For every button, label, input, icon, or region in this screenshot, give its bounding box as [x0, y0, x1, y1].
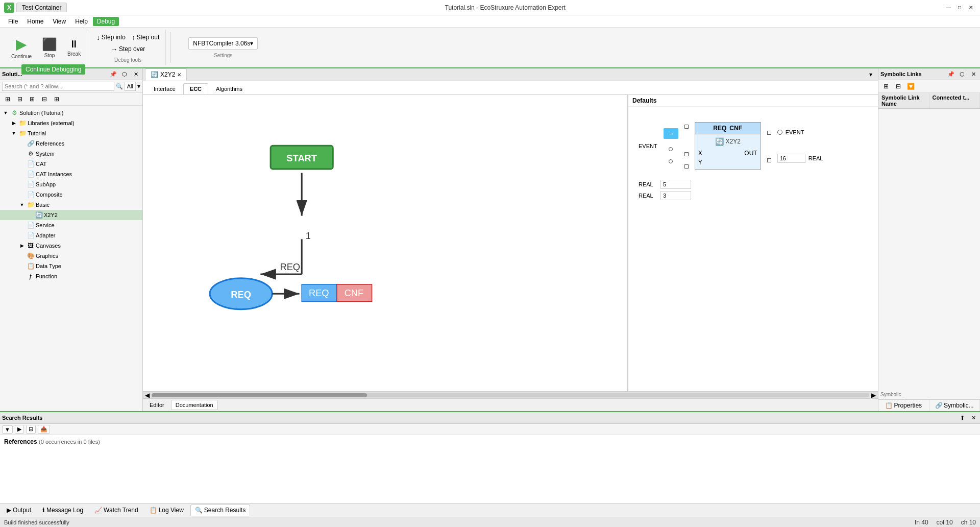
libraries-expand-icon[interactable]: ▶ — [10, 119, 17, 127]
symlinks-btn-1[interactable]: ⊞ — [880, 81, 892, 91]
sr-clear-button[interactable]: ⊟ — [26, 425, 36, 434]
maximize-button[interactable]: □ — [954, 3, 965, 12]
tree-item-tutorial[interactable]: ▼ 📁 Tutorial — [0, 128, 142, 138]
fb-y-connector-left — [669, 159, 673, 163]
tutorial-expand-icon[interactable]: ▼ — [10, 130, 17, 137]
symlinks-filter-btn[interactable]: 🔽 — [905, 81, 916, 91]
left-panel-close[interactable]: ✕ — [131, 69, 140, 79]
menu-view[interactable]: View — [48, 17, 70, 26]
tree-item-composite[interactable]: ▶ 📄 Composite — [0, 189, 142, 200]
editor-tab-x2y2[interactable]: 🔄 X2Y2 ✕ — [145, 68, 187, 81]
minimize-button[interactable]: — — [943, 3, 953, 12]
btab-log-view[interactable]: 📋 Log View — [145, 505, 188, 516]
tab-algorithms[interactable]: Algorithms — [209, 83, 249, 94]
left-panel-float[interactable]: ⬡ — [120, 69, 129, 79]
basic-expand-icon[interactable]: ▼ — [18, 201, 26, 208]
btab-watch-trend[interactable]: 📈 Watch Trend — [90, 505, 143, 516]
tree-item-solution[interactable]: ▼ ⚙ Solution (Tutorial) — [0, 108, 142, 118]
tree-btn-2[interactable]: ⊟ — [14, 94, 26, 104]
step-out-button[interactable]: ↑ Step out — [130, 33, 161, 42]
editor-tab-x2y2-close[interactable]: ✕ — [177, 72, 181, 78]
fb-diagram-area: EVENT → — [628, 107, 878, 185]
right-panel-pin[interactable]: 📌 — [946, 69, 955, 79]
scroll-track[interactable] — [152, 393, 869, 397]
step-over-button[interactable]: → Step over — [109, 44, 147, 54]
close-button[interactable]: ✕ — [966, 3, 976, 12]
sr-prev-button[interactable]: ▼ — [2, 425, 13, 434]
fb-x-input[interactable] — [660, 180, 691, 189]
ecc-canvas[interactable]: 1 REQ START — [143, 95, 628, 391]
menu-home[interactable]: Home — [23, 17, 47, 26]
menu-debug[interactable]: Debug — [93, 17, 119, 26]
fb-event-out-label: EVENT — [786, 129, 804, 135]
tree-item-datatype[interactable]: ▶ 📋 Data Type — [0, 261, 142, 271]
scroll-right-btn[interactable]: ▶ — [871, 392, 876, 399]
bottom-panel-btn-1[interactable]: ⬆ — [958, 413, 967, 422]
tree-btn-1[interactable]: ⊞ — [2, 94, 13, 104]
fb-block-header: REQ CNF — [695, 123, 761, 134]
tree-item-basic[interactable]: ▼ 📁 Basic — [0, 200, 142, 210]
sr-next-button[interactable]: ▶ — [15, 425, 24, 434]
h-scrollbar[interactable]: ◀ ▶ — [143, 391, 878, 398]
tree-item-subapp[interactable]: ▶ 📄 SubApp — [0, 179, 142, 189]
fb-y-input[interactable] — [660, 191, 691, 200]
btab-search-results[interactable]: 🔍 Search Results — [190, 505, 250, 516]
solution-expand-icon[interactable]: ▼ — [2, 109, 9, 116]
menu-help[interactable]: Help — [71, 17, 92, 26]
tree-item-service[interactable]: ▶ 📄 Service — [0, 220, 142, 230]
menu-file[interactable]: File — [4, 17, 22, 26]
tree-item-cat-instances[interactable]: ▶ 📄 CAT Instances — [0, 169, 142, 179]
sr-export-button[interactable]: 📤 — [38, 425, 50, 434]
tree-btn-5[interactable]: ⊞ — [51, 94, 62, 104]
scroll-thumb[interactable] — [152, 393, 367, 397]
search-results-toolbar: ▼ ▶ ⊟ 📤 — [0, 424, 980, 435]
tree-btn-4[interactable]: ⊟ — [39, 94, 50, 104]
bottom-panel-btn-2[interactable]: ✕ — [969, 413, 978, 422]
tree-item-canvases[interactable]: ▶ 🖼 Canvases — [0, 241, 142, 251]
canvases-expand-icon[interactable]: ▶ — [18, 242, 26, 249]
fb-cnf-connector-out — [767, 131, 771, 135]
symlinks-btn-2[interactable]: ⊟ — [893, 81, 904, 91]
tree-item-function[interactable]: ▶ ƒ Function — [0, 271, 142, 281]
message-log-label: Message Log — [46, 507, 83, 514]
tree-item-references[interactable]: ▶ 🔗 References — [0, 138, 142, 149]
tree-item-graphics[interactable]: ▶ 🎨 Graphics — [0, 251, 142, 261]
tutorial-label: Tutorial — [28, 130, 46, 136]
break-button[interactable]: ⏸ Break — [64, 36, 84, 59]
right-panel-float[interactable]: ⬡ — [958, 69, 967, 79]
properties-tab[interactable]: 📋 Properties — [878, 400, 929, 411]
search-input[interactable] — [2, 82, 114, 91]
right-panel-close[interactable]: ✕ — [969, 69, 978, 79]
btab-output[interactable]: ▶ Output — [2, 505, 36, 516]
tree-item-libraries[interactable]: ▶ 📁 Libraries (external) — [0, 118, 142, 128]
fb-out-real-label: REAL — [808, 155, 823, 161]
stop-button[interactable]: ⬛ Stop — [39, 35, 60, 60]
tab-ecc[interactable]: ECC — [183, 83, 208, 94]
break-icon: ⏸ — [69, 38, 79, 50]
editor-tab-documentation[interactable]: Documentation — [171, 400, 218, 410]
symbolic-links-tab[interactable]: 🔗 Symbolic... — [929, 400, 981, 411]
tab-panel-expand-icon[interactable]: ▾ — [866, 69, 876, 80]
editor-tab-x2y2-label: X2Y2 — [160, 71, 175, 78]
title-tab[interactable]: Test Container — [16, 3, 67, 12]
btab-message-log[interactable]: ℹ Message Log — [38, 505, 88, 516]
tree-btn-3[interactable]: ⊞ — [27, 94, 38, 104]
editor-bottom-tabs: Editor Documentation — [143, 398, 878, 411]
step-into-button[interactable]: ↓ Step into — [94, 33, 128, 42]
continue-button[interactable]: ▶ Continue — [8, 34, 35, 61]
left-panel-pin[interactable]: 📌 — [109, 69, 118, 79]
tab-interface[interactable]: Interface — [147, 83, 182, 94]
search-all-button[interactable]: All — [125, 82, 136, 91]
nfbt-dropdown[interactable]: NFBTCompiler 3.06s▾ — [188, 37, 258, 50]
defaults-header: Defaults — [628, 95, 878, 107]
fb-x-connector-left — [669, 147, 673, 151]
tree-item-adapter[interactable]: ▶ 📄 Adapter — [0, 230, 142, 241]
fb-out-row: REAL — [777, 154, 823, 163]
occurrences-label: (0 occurrences in 0 files) — [39, 439, 100, 445]
tree-item-x2y2[interactable]: ▶ 🔄 X2Y2 — [0, 210, 142, 220]
scroll-left-btn[interactable]: ◀ — [145, 392, 150, 399]
tree-item-cat[interactable]: ▶ 📄 CAT — [0, 159, 142, 169]
fb-out-value[interactable] — [777, 154, 805, 163]
editor-tab-editor[interactable]: Editor — [145, 400, 169, 410]
tree-item-system[interactable]: ▶ ⚙ System — [0, 149, 142, 159]
